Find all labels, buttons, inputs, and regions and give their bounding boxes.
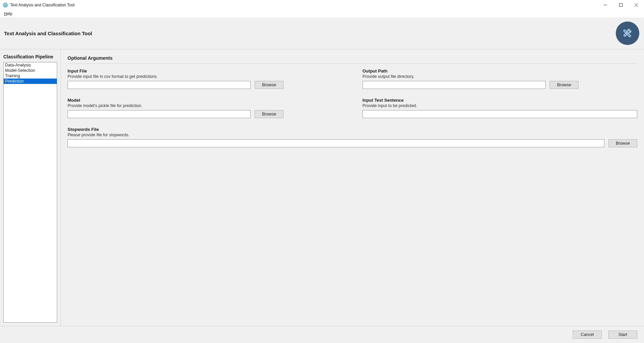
sidebar-item-prediction[interactable]: Prediction: [4, 79, 57, 84]
input-file-field[interactable]: [68, 81, 251, 89]
output-path-field[interactable]: [362, 81, 546, 89]
main-area: Classification Pipeline Data-Analysis Mo…: [0, 49, 644, 326]
desc-model: Provide model's pickle file for predicti…: [68, 103, 342, 108]
sidebar-item-data-analysis[interactable]: Data-Analysis: [4, 62, 57, 68]
menu-help[interactable]: Help: [3, 11, 14, 17]
browse-input-file-button[interactable]: Browse: [255, 81, 284, 89]
section-title: Optional Arguments: [68, 55, 637, 64]
input-test-sentence-field[interactable]: [362, 110, 637, 118]
sidebar-title: Classification Pipeline: [3, 54, 57, 59]
window-titlebar: Text Analysis and Classification Tool: [0, 0, 644, 10]
pipeline-listbox[interactable]: Data-Analysis Model-Selection Training P…: [3, 62, 57, 323]
label-model: Model: [68, 98, 342, 103]
browse-stopwords-file-button[interactable]: Browse: [608, 139, 637, 147]
minimize-button[interactable]: [598, 0, 613, 10]
cancel-button[interactable]: Cancel: [573, 331, 602, 339]
field-stopwords-file: Stopwords File Please provide file for s…: [68, 127, 637, 147]
field-model: Model Provide model's pickle file for pr…: [68, 98, 342, 118]
browse-output-path-button[interactable]: Browse: [550, 81, 578, 89]
label-stopwords-file: Stopwords File: [68, 127, 637, 132]
app-title: Text Analysis and Classification Tool: [4, 31, 92, 36]
model-field[interactable]: [68, 110, 251, 118]
browse-model-button[interactable]: Browse: [255, 110, 284, 118]
sidebar-item-model-selection[interactable]: Model-Selection: [4, 68, 57, 73]
label-input-file: Input File: [68, 68, 342, 74]
maximize-button[interactable]: [613, 0, 629, 10]
app-header: Text Analysis and Classification Tool: [0, 17, 644, 49]
app-icon: [3, 2, 8, 8]
sidebar-item-training[interactable]: Training: [4, 73, 57, 79]
svg-point-0: [3, 3, 8, 7]
start-button[interactable]: Start: [608, 331, 637, 339]
sidebar: Classification Pipeline Data-Analysis Mo…: [0, 49, 60, 326]
window-title: Text Analysis and Classification Tool: [10, 3, 75, 7]
field-output-path: Output Path Provide output file director…: [362, 68, 637, 89]
form-grid: Input File Provide input file in csv for…: [68, 68, 637, 147]
tools-icon: [616, 21, 639, 45]
content-panel: Optional Arguments Input File Provide in…: [61, 49, 644, 326]
label-output-path: Output Path: [362, 68, 637, 74]
menu-bar: Help: [0, 10, 644, 17]
desc-stopwords-file: Please provide file for stopwords.: [68, 133, 637, 137]
svg-rect-2: [619, 4, 622, 7]
label-input-test-sentence: Input Test Sentence: [362, 98, 637, 103]
stopwords-file-field[interactable]: [68, 139, 604, 147]
footer: Cancel Start: [0, 326, 644, 343]
field-input-test-sentence: Input Test Sentence Provide input to be …: [362, 98, 637, 118]
desc-input-file: Provide input file in csv format to get …: [68, 74, 342, 79]
desc-output-path: Provide output file directory.: [362, 74, 637, 79]
window-controls: [598, 0, 644, 10]
field-input-file: Input File Provide input file in csv for…: [68, 68, 342, 89]
close-button[interactable]: [629, 0, 644, 10]
desc-input-test-sentence: Provide input to be predicted.: [362, 103, 637, 108]
